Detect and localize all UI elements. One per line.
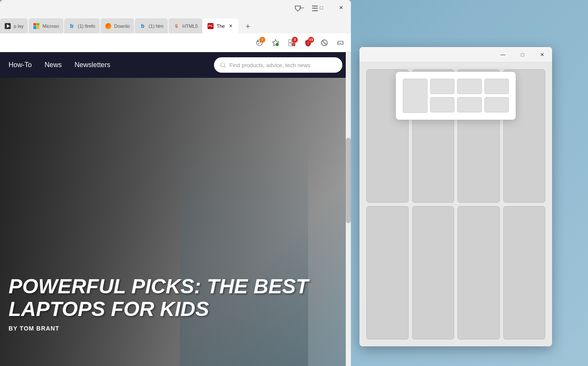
tab-bar: p lay Microso b (1) firefo Downlo [0, 15, 351, 33]
tab-label-play: p lay [14, 24, 24, 29]
puzzle-icon-button[interactable] [334, 36, 347, 50]
tab-label-html5: HTML5 [182, 24, 198, 29]
close-button-secondary[interactable]: ✕ [532, 47, 552, 62]
snap-cell-5[interactable] [430, 97, 455, 112]
snap-cell-6[interactable] [457, 97, 482, 112]
tab-close-pcmag[interactable]: ✕ [227, 23, 234, 30]
minimize-button-secondary[interactable]: — [493, 47, 513, 62]
thumbnail-8[interactable] [503, 206, 546, 339]
tab-favicon-html1: b [139, 23, 146, 30]
tab-download[interactable]: Downlo [101, 18, 134, 33]
tab-html1[interactable]: b (1) htm [135, 18, 168, 33]
snap-cell-2[interactable] [430, 79, 455, 94]
snap-cell-4[interactable] [484, 79, 509, 94]
svg-point-3 [258, 43, 259, 44]
search-placeholder-text: Find products, advice, tech news [229, 62, 310, 68]
tab-play[interactable]: p lay [0, 18, 28, 33]
scrollbar-thumb[interactable] [346, 138, 351, 223]
tab-label-microsoft: Microso [42, 24, 59, 29]
shield-icon-button[interactable]: ! 13 [301, 36, 315, 50]
thumbnail-5[interactable] [366, 206, 409, 339]
tab-microsoft[interactable]: Microso [29, 18, 63, 33]
window-controls-secondary: — □ ✕ [493, 47, 552, 62]
cookie-badge: ! [259, 37, 265, 43]
menu-button[interactable]: ☰ [308, 2, 322, 15]
maximize-button-secondary[interactable]: □ [513, 47, 532, 62]
browser-window-main: ☰ — □ ✕ p lay [0, 0, 351, 366]
snap-cell-1[interactable] [403, 79, 428, 113]
svg-text:✓: ✓ [293, 44, 294, 46]
svg-text:+: + [276, 43, 278, 46]
snap-cell-3[interactable] [457, 79, 482, 94]
toolbar: ! + ✓ 3 ! 13 [0, 33, 351, 52]
hero-content: POWERFUL PICKS: THE BEST LAPTOPS FOR KID… [9, 275, 308, 332]
block-icon-button[interactable] [318, 36, 331, 50]
snap-cell-7[interactable] [484, 97, 509, 112]
tab-favicon-microsoft [33, 23, 40, 30]
browser-window-secondary: — □ ✕ [359, 47, 552, 346]
web-content-area: How-To News Newsletters Find products, a… [0, 52, 351, 366]
snap-layout-overlay [396, 72, 516, 120]
multi-account-badge: 3 [292, 37, 298, 43]
svg-line-13 [323, 41, 327, 44]
nav-item-news[interactable]: News [45, 61, 62, 69]
thumbnail-6[interactable] [412, 206, 454, 339]
thumbnail-7[interactable] [457, 206, 500, 339]
tab-favicon-html5: 5 [173, 23, 180, 30]
cookie-icon-button[interactable]: ! [252, 36, 266, 50]
hero-title-line1: POWERFUL PICKS: THE BEST [9, 275, 308, 298]
site-navigation: How-To News Newsletters Find products, a… [0, 52, 351, 78]
hero-author: BY TOM BRANT [9, 325, 308, 332]
svg-point-14 [221, 63, 225, 67]
scrollbar-track[interactable] [346, 52, 351, 366]
nav-item-howto[interactable]: How-To [9, 61, 32, 69]
hero-title-line2: LAPTOPS FOR KIDS [9, 298, 308, 321]
hero-section: POWERFUL PICKS: THE BEST LAPTOPS FOR KID… [0, 78, 351, 366]
pocket-button[interactable] [291, 2, 305, 15]
nav-item-newsletters[interactable]: Newsletters [74, 61, 110, 69]
tab-favicon-pcmag: PC [207, 23, 214, 30]
site-search-bar[interactable]: Find products, advice, tech news [214, 57, 342, 73]
tab-label-download: Downlo [114, 24, 130, 29]
window-controls: ☰ — □ ✕ [292, 0, 351, 15]
browser-title-bar-secondary: — □ ✕ [359, 47, 552, 62]
shield-badge: 13 [308, 37, 314, 43]
tab-label-html1: (1) htm [148, 24, 163, 29]
multi-account-icon-button[interactable]: ✓ 3 [285, 36, 299, 50]
hero-title: POWERFUL PICKS: THE BEST LAPTOPS FOR KID… [9, 275, 308, 321]
browser-title-bar: ☰ — □ ✕ [0, 0, 351, 15]
new-tab-button[interactable]: + [241, 20, 255, 33]
tab-html5[interactable]: 5 HTML5 [169, 18, 202, 33]
tab-pcmag[interactable]: PC The ✕ [203, 18, 238, 33]
search-icon [220, 62, 226, 68]
tab-favicon-firefox1: b [68, 23, 75, 30]
svg-rect-6 [289, 39, 292, 42]
tab-favicon-download [105, 23, 112, 30]
star-icon-button[interactable]: + [269, 36, 282, 50]
svg-point-1 [258, 41, 258, 41]
tab-firefox1[interactable]: b (1) firefo [64, 18, 100, 33]
svg-rect-8 [289, 43, 292, 46]
tab-favicon-play [4, 23, 11, 30]
tab-label-firefox1: (1) firefo [78, 24, 95, 29]
close-button[interactable]: ✕ [331, 0, 351, 15]
tab-label-pcmag: The [217, 24, 225, 29]
